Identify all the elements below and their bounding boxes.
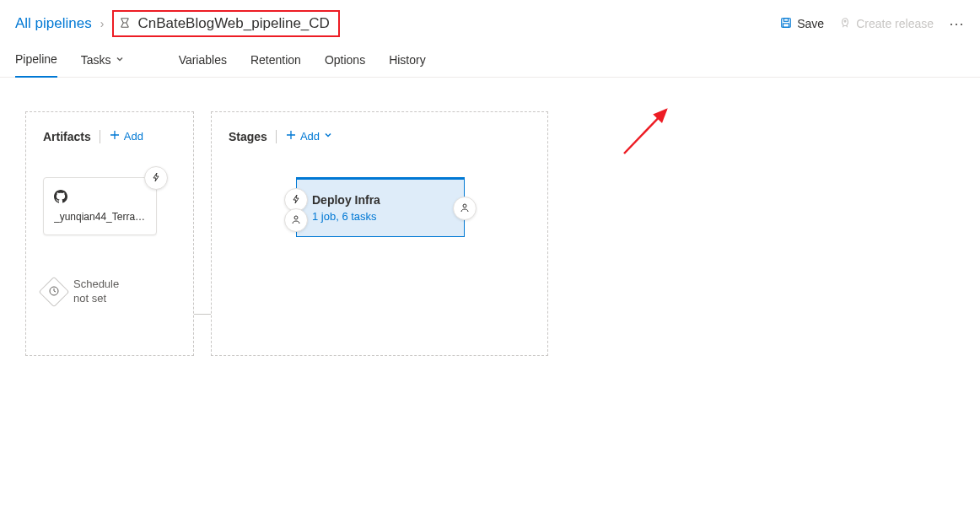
tab-retention[interactable]: Retention	[250, 45, 301, 77]
stages-panel: Stages Add	[211, 111, 548, 356]
person-icon	[460, 202, 470, 215]
stages-title: Stages	[229, 130, 267, 143]
artifact-name: _yunqian44_Terraform_Cnbate_Traffi	[54, 211, 146, 223]
stages-header: Stages Add	[229, 129, 530, 143]
stage-content: Deploy Infra 1 job, 6 tasks	[297, 180, 464, 236]
create-release-button: Create release	[839, 17, 934, 31]
breadcrumb: All pipelines › CnBateBlogWeb_pipeline_C…	[15, 10, 340, 37]
header-bar: All pipelines › CnBateBlogWeb_pipeline_C…	[0, 0, 980, 44]
tab-variables[interactable]: Variables	[179, 45, 227, 77]
post-deployment-conditions[interactable]	[453, 197, 477, 220]
chevron-down-icon	[323, 130, 333, 143]
tab-tasks-label: Tasks	[81, 53, 111, 67]
chevron-down-icon	[115, 53, 125, 67]
save-label: Save	[797, 17, 824, 30]
pipeline-canvas: Artifacts Add _yunqian44_Terraform_Cnbat…	[0, 78, 980, 390]
lightning-icon	[291, 193, 301, 207]
tab-pipeline[interactable]: Pipeline	[15, 44, 57, 78]
plus-icon	[109, 129, 121, 143]
artifact-card[interactable]: _yunqian44_Terraform_Cnbate_Traffi	[43, 177, 157, 235]
svg-point-5	[294, 216, 298, 219]
tabs-bar: Pipeline Tasks Variables Retention Optio…	[0, 44, 980, 78]
save-button[interactable]: Save	[780, 17, 824, 31]
svg-point-6	[463, 204, 466, 208]
breadcrumb-separator: ›	[100, 17, 105, 30]
artifacts-title: Artifacts	[43, 130, 91, 143]
pipeline-type-icon	[119, 17, 131, 31]
add-stage-button[interactable]: Add	[285, 129, 333, 143]
plus-icon	[285, 129, 297, 143]
add-stage-label: Add	[300, 130, 320, 143]
stage-title: Deploy Infra	[312, 193, 449, 207]
person-icon	[291, 213, 301, 227]
tab-tasks[interactable]: Tasks	[81, 45, 125, 77]
trigger-badge[interactable]	[144, 166, 168, 190]
svg-line-7	[624, 110, 666, 154]
tab-history[interactable]: History	[389, 45, 426, 77]
add-artifact-label: Add	[124, 130, 143, 143]
annotation-arrow	[616, 103, 692, 162]
rocket-icon	[839, 17, 851, 31]
svg-point-3	[844, 20, 846, 22]
artifacts-panel: Artifacts Add _yunqian44_Terraform_Cnbat…	[25, 111, 194, 356]
stage-card[interactable]: Deploy Infra 1 job, 6 tasks	[296, 177, 465, 237]
header-actions: Save Create release ⋯	[780, 14, 965, 33]
save-icon	[780, 17, 792, 31]
svg-rect-1	[784, 18, 789, 21]
separator	[100, 130, 100, 143]
github-icon	[54, 192, 67, 206]
separator	[276, 130, 277, 143]
pre-deployment-conditions[interactable]	[284, 188, 308, 232]
breadcrumb-root-link[interactable]: All pipelines	[15, 15, 92, 32]
add-artifact-button[interactable]: Add	[109, 129, 143, 143]
lightning-icon	[151, 171, 161, 185]
schedule-row[interactable]: Schedule not set	[43, 278, 176, 306]
svg-rect-2	[783, 23, 789, 26]
tab-options[interactable]: Options	[325, 45, 365, 77]
schedule-icon-wrap	[39, 277, 70, 308]
schedule-text: Schedule not set	[73, 278, 119, 306]
stage-jobs-link[interactable]: 1 job, 6 tasks	[312, 210, 449, 223]
clock-icon	[49, 286, 59, 298]
artifacts-header: Artifacts Add	[43, 129, 176, 143]
create-release-label: Create release	[856, 17, 934, 30]
pipeline-name[interactable]: CnBateBlogWeb_pipeline_CD	[137, 15, 329, 32]
more-options-button[interactable]: ⋯	[949, 14, 965, 33]
pipeline-name-highlight: CnBateBlogWeb_pipeline_CD	[112, 10, 339, 37]
